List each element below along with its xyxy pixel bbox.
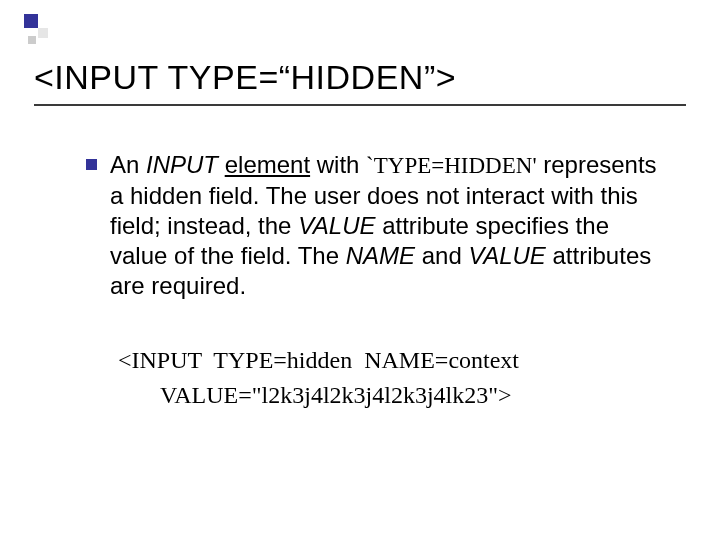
text-underline: element (225, 151, 310, 178)
slide: <INPUT TYPE=“HIDDEN”> An INPUT element w… (0, 0, 720, 540)
bullet-icon (86, 159, 97, 170)
text-italic: VALUE (468, 242, 545, 269)
corner-decoration (24, 14, 64, 54)
text-italic: INPUT (146, 151, 218, 178)
slide-body: An INPUT element with `TYPE=HIDDEN' repr… (110, 150, 660, 412)
slide-title: <INPUT TYPE=“HIDDEN”> (34, 58, 456, 97)
text-run: with (310, 151, 366, 178)
square-icon (28, 36, 36, 44)
paragraph: An INPUT element with `TYPE=HIDDEN' repr… (110, 150, 660, 301)
title-underline (34, 104, 686, 106)
text-italic: NAME (346, 242, 415, 269)
square-icon (38, 28, 48, 38)
code-line: <INPUT TYPE=hidden NAME=context (118, 343, 660, 378)
text-run (218, 151, 225, 178)
text-italic: VALUE (298, 212, 375, 239)
square-icon (24, 14, 38, 28)
code-line: VALUE="l2k3j4l2k3j4l2k3j4lk23"> (118, 378, 660, 413)
text-run: An (110, 151, 146, 178)
text-run: and (415, 242, 468, 269)
text-code: `TYPE=HIDDEN' (366, 153, 536, 178)
code-example: <INPUT TYPE=hidden NAME=context VALUE="l… (110, 343, 660, 413)
